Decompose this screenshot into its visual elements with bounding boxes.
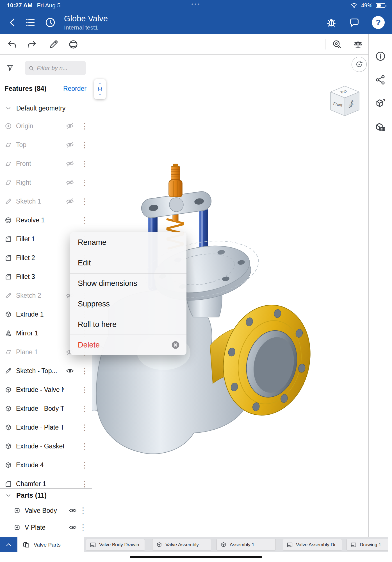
menu-item-suppress[interactable]: Suppress — [70, 294, 186, 314]
version-history-button[interactable] — [44, 17, 56, 28]
eye-visible-icon[interactable] — [69, 506, 77, 515]
feature-item-label: Chamfer 1 — [16, 480, 46, 488]
feature-item[interactable]: Extrude - Gasket⋮ — [0, 437, 92, 456]
header-actions: ? — [326, 16, 385, 29]
kebab-menu-icon[interactable]: ⋮ — [81, 386, 86, 394]
kebab-menu-icon[interactable]: ⋮ — [81, 367, 86, 375]
extrude-icon — [4, 386, 12, 394]
home-indicator[interactable] — [130, 556, 262, 558]
feature-item[interactable]: Origin⋮ — [0, 117, 92, 136]
kebab-menu-icon[interactable]: ⋮ — [81, 443, 86, 450]
feature-item[interactable]: Chamfer 1⋮ — [0, 475, 92, 488]
document-tab[interactable]: Valve Assembly Dr... — [283, 539, 342, 550]
feature-item[interactable]: Extrude - Body To...⋮ — [0, 399, 92, 418]
kebab-menu-icon[interactable]: ⋮ — [79, 523, 85, 531]
kebab-menu-icon[interactable]: ⋮ — [81, 198, 86, 206]
parts-header[interactable]: Parts (11) — [0, 489, 92, 502]
back-button[interactable] — [7, 17, 18, 28]
feature-item[interactable]: Extrude - Valve N...⋮ — [0, 380, 92, 399]
feature-item-label: Sketch 2 — [16, 292, 41, 299]
feature-item[interactable]: Sketch - Top...⋮ — [0, 362, 92, 380]
document-tab-label: Valve Assembly — [165, 542, 199, 548]
eye-hidden-icon[interactable] — [66, 197, 74, 206]
part-item-label: V-Plate — [25, 524, 45, 531]
menu-item-rename[interactable]: Rename — [70, 232, 186, 253]
kebab-menu-icon[interactable]: ⋮ — [79, 507, 85, 514]
feature-item[interactable]: Top⋮ — [0, 136, 92, 154]
reorder-link[interactable]: Reorder — [63, 85, 86, 92]
drawing-icon — [350, 541, 357, 548]
share-button[interactable] — [375, 74, 386, 85]
eye-hidden-icon[interactable] — [66, 159, 74, 168]
info-button[interactable] — [375, 51, 386, 62]
kebab-menu-icon[interactable]: ⋮ — [81, 461, 86, 469]
parts-table-button[interactable] — [375, 121, 386, 133]
panel-resize-handle[interactable] — [94, 79, 106, 99]
menu-item-show-dimensions[interactable]: Show dimensions — [70, 273, 186, 294]
feature-item-label: Extrude - Body To... — [16, 405, 64, 412]
feature-item[interactable]: Extrude 4⋮ — [0, 456, 92, 475]
feature-tool-button[interactable] — [68, 39, 79, 50]
kebab-menu-icon[interactable]: ⋮ — [81, 424, 86, 432]
kebab-menu-icon[interactable]: ⋮ — [81, 122, 86, 130]
chevron-up-icon[interactable] — [98, 82, 102, 85]
default-geometry-group[interactable]: Default geometry — [0, 101, 92, 116]
comments-button[interactable] — [349, 17, 360, 28]
kebab-menu-icon[interactable]: ⋮ — [81, 216, 86, 224]
chevron-down-icon[interactable] — [5, 492, 12, 499]
part-item[interactable]: V-Plate⋮ — [0, 519, 92, 536]
menu-item-delete[interactable]: Delete — [70, 335, 186, 355]
rotate-lock-button[interactable] — [352, 57, 367, 72]
chevron-down-icon[interactable] — [5, 105, 12, 112]
feature-item[interactable]: Front⋮ — [0, 154, 92, 173]
compare-button[interactable] — [353, 39, 363, 50]
filter-icon[interactable] — [6, 64, 14, 72]
kebab-menu-icon[interactable]: ⋮ — [81, 480, 86, 488]
learn-3d-button[interactable]: ? — [375, 98, 386, 109]
kebab-menu-icon[interactable]: ⋮ — [81, 405, 86, 413]
report-bug-button[interactable] — [326, 17, 337, 28]
document-title: Globe Valve — [64, 14, 108, 23]
kebab-menu-icon[interactable]: ⋮ — [81, 141, 86, 149]
document-tab[interactable]: Drawing 1 — [347, 539, 389, 550]
sketch-tool-button[interactable] — [48, 39, 59, 50]
parts-section: Parts (11) Valve Body⋮V-Plate⋮ — [0, 488, 92, 537]
help-button[interactable]: ? — [372, 16, 385, 29]
context-menu: RenameEditShow dimensionsSuppressRoll to… — [70, 232, 186, 355]
feature-item-label: Top — [16, 141, 26, 149]
document-tab-label: Valve Assembly Dr... — [296, 542, 339, 548]
resize-slider-icon[interactable] — [97, 86, 103, 92]
tab-overflow-button[interactable] — [0, 537, 17, 552]
menu-item-label: Suppress — [78, 300, 110, 308]
part-item[interactable]: Valve Body⋮ — [0, 502, 92, 519]
document-tab[interactable]: Valve Body Drawin... — [86, 539, 145, 550]
chevron-down-icon[interactable] — [98, 93, 102, 96]
measure-button[interactable] — [332, 39, 343, 50]
redo-button[interactable] — [26, 39, 37, 50]
feature-item[interactable]: Right⋮ — [0, 173, 92, 192]
menu-item-roll-to-here[interactable]: Roll to here — [70, 314, 186, 335]
feature-list-button[interactable] — [24, 16, 37, 29]
filter-input[interactable] — [37, 65, 83, 71]
document-tab-label: Drawing 1 — [360, 542, 381, 548]
feature-item-label: Fillet 1 — [16, 235, 35, 243]
eye-visible-icon[interactable] — [66, 367, 74, 375]
eye-visible-icon[interactable] — [69, 523, 77, 532]
eye-hidden-icon[interactable] — [66, 122, 74, 130]
undo-button[interactable] — [7, 39, 17, 50]
feature-item[interactable]: Revolve 1⋮ — [0, 211, 92, 230]
menu-item-edit[interactable]: Edit — [70, 253, 186, 273]
document-tab[interactable]: Valve Parts — [17, 537, 84, 552]
feature-item-label: Extrude 4 — [16, 461, 44, 469]
feature-item[interactable]: Extrude - Plate To...⋮ — [0, 418, 92, 437]
document-tab-bar: Valve PartsValve Body Drawin...Valve Ass… — [0, 537, 392, 552]
eye-hidden-icon[interactable] — [66, 178, 74, 187]
document-tab[interactable]: Valve Assembly — [152, 539, 211, 550]
view-cube[interactable]: Top Front Right — [327, 84, 363, 119]
kebab-menu-icon[interactable]: ⋮ — [81, 160, 86, 168]
kebab-menu-icon[interactable]: ⋮ — [81, 179, 86, 187]
filter-searchbox[interactable] — [25, 61, 86, 75]
feature-item[interactable]: Sketch 1⋮ — [0, 192, 92, 211]
document-tab[interactable]: Assembly 1 — [216, 539, 276, 550]
eye-hidden-icon[interactable] — [66, 141, 74, 149]
